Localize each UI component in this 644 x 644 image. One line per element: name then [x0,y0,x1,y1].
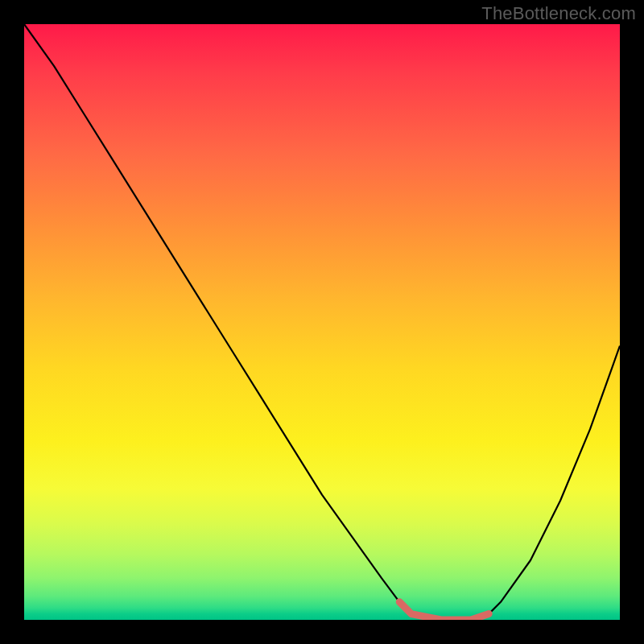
watermark-text: TheBottleneck.com [481,3,636,24]
chart-frame: TheBottleneck.com [0,0,644,644]
curve-layer [24,24,620,620]
plot-area [24,24,620,620]
bottleneck-curve [24,24,620,620]
trough-highlight [399,602,489,620]
